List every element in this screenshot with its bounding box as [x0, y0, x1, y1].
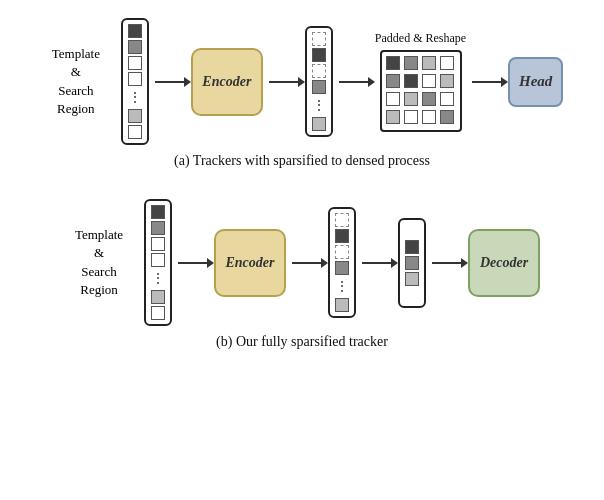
head-box: Head	[508, 57, 563, 107]
encoder-b: Encoder	[214, 229, 286, 297]
encoder-a: Encoder	[191, 48, 263, 116]
caption-b: (b) Our fully sparsified tracker	[216, 334, 388, 350]
dense-grid	[380, 50, 462, 132]
diagram-b-section: Template&SearchRegion ⋮	[0, 181, 604, 362]
padded-label: Padded & Reshape	[375, 31, 466, 46]
arrow-4a	[472, 81, 502, 83]
arrow-1b	[178, 262, 208, 264]
diagram-b-row: Template&SearchRegion ⋮	[64, 199, 540, 326]
selected-sparse-b	[398, 218, 426, 308]
arrow-3a	[339, 81, 369, 83]
input-tokens-a: ⋮	[121, 18, 149, 145]
grid-area: Padded & Reshape	[375, 31, 466, 132]
diagram-a-left-label: Template&SearchRegion	[41, 45, 111, 118]
arrow-4b	[432, 262, 462, 264]
diagram-a-row: Template&SearchRegion ⋮	[41, 18, 563, 145]
caption-a: (a) Trackers with sparsified to densed p…	[174, 153, 430, 169]
arrow-3b	[362, 262, 392, 264]
sparse-tokens-b: ⋮	[328, 207, 356, 318]
diagram-a-section: Template&SearchRegion ⋮	[0, 0, 604, 181]
arrow-2b	[292, 262, 322, 264]
diagram-b-left-label: Template&SearchRegion	[64, 226, 134, 299]
input-tokens-b: ⋮	[144, 199, 172, 326]
decoder-box: Decoder	[468, 229, 540, 297]
sparse-tokens-a: ⋮	[305, 26, 333, 137]
arrow-2a	[269, 81, 299, 83]
arrow-1a	[155, 81, 185, 83]
